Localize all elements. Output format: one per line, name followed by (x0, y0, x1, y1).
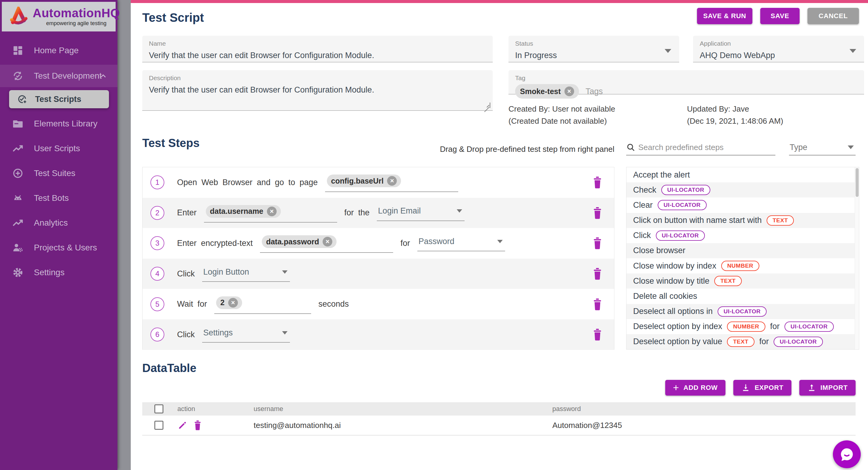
tags-placeholder: Tags (586, 87, 603, 96)
predefined-step-item[interactable]: ClearUI-LOCATOR (626, 198, 855, 213)
select-all-checkbox[interactable] (154, 404, 163, 413)
test-step-row[interactable]: 2Enterdata.username×for theLogin Email (143, 198, 614, 228)
predefined-step-item[interactable]: Close browser (626, 243, 855, 258)
step-param-field[interactable]: data.username× (204, 203, 337, 223)
sidebar-item-user-scripts[interactable]: User Scripts (0, 136, 117, 161)
top-accent-bar (131, 0, 868, 3)
step-text: Wait for (177, 299, 207, 309)
predefined-step-text: for (760, 337, 769, 346)
tag-field[interactable]: Tag Smoke-test × Tags (508, 70, 864, 94)
sidebar-item-test-suites[interactable]: Test Suites (0, 161, 117, 186)
dashboard-icon (12, 45, 24, 56)
predefined-step-item[interactable]: Close window by indexNUMBER (626, 258, 855, 273)
predefined-step-item[interactable]: CheckUI-LOCATOR (626, 182, 855, 198)
delete-step-button[interactable] (592, 237, 603, 249)
test-step-row[interactable]: 4ClickLogin Button (143, 259, 614, 289)
import-button[interactable]: IMPORT (799, 380, 856, 396)
updated-by-line1: Updated By: Jave (687, 103, 783, 115)
param-type-badge: TEXT (767, 215, 794, 226)
type-filter-select[interactable]: Type (789, 140, 856, 156)
test-step-row[interactable]: 3Enter encrypted-textdata.password×forPa… (143, 228, 614, 259)
step-number: 3 (150, 236, 164, 250)
sidebar-item-test-scripts[interactable]: Test Scripts (9, 90, 109, 108)
step-element-select[interactable]: Login Email (377, 205, 465, 221)
add-row-button[interactable]: + ADD ROW (665, 380, 726, 396)
save-button[interactable]: SAVE (760, 8, 800, 24)
predefined-step-text: Close window by index (633, 261, 716, 271)
description-value: Verify that the user can edit Browser fo… (149, 85, 486, 95)
export-button[interactable]: EXPORT (733, 380, 791, 396)
step-element-value: Password (418, 237, 455, 246)
status-select[interactable]: Status In Progress (508, 36, 679, 62)
sidebar-item-label: Home Page (34, 46, 79, 55)
search-input[interactable] (638, 143, 775, 152)
app-name: AutomationHQ (33, 7, 120, 19)
delete-step-button[interactable] (592, 267, 603, 280)
trend-icon (12, 143, 24, 154)
description-field[interactable]: Description Verify that the user can edi… (142, 70, 493, 111)
sidebar-item-elements-library[interactable]: Elements Library (0, 111, 117, 136)
step-number: 5 (150, 297, 164, 311)
step-param-field[interactable]: 2× (214, 295, 311, 314)
close-icon[interactable]: × (267, 207, 277, 216)
param-type-badge: UI-LOCATOR (656, 231, 705, 241)
row-checkbox[interactable] (154, 421, 163, 430)
delete-step-button[interactable] (592, 328, 603, 341)
predefined-step-item[interactable]: ClickUI-LOCATOR (626, 228, 855, 243)
scrollbar-thumb[interactable] (856, 168, 859, 197)
edit-icon[interactable] (177, 420, 188, 430)
predefined-steps-search[interactable] (626, 140, 775, 156)
delete-step-button[interactable] (592, 298, 603, 311)
step-element-select[interactable]: Login Button (202, 266, 290, 282)
delete-step-button[interactable] (592, 207, 603, 219)
sidebar-item-label: Projects & Users (34, 243, 97, 253)
param-chip: data.password× (262, 235, 337, 248)
column-header-username: username (248, 405, 547, 413)
step-element-select[interactable]: Password (417, 235, 505, 251)
application-select[interactable]: Application AHQ Demo WebApp (693, 36, 864, 62)
import-label: IMPORT (820, 384, 848, 392)
scrollbar[interactable] (855, 167, 859, 349)
textarea-resize-handle[interactable] (485, 103, 490, 108)
export-label: EXPORT (754, 384, 783, 392)
test-step-row[interactable]: 5Wait for2×seconds (143, 289, 614, 320)
sidebar-item-settings[interactable]: Settings (0, 260, 117, 285)
page-title: Test Script (142, 11, 204, 25)
drag-drop-hint: Drag & Drop pre-defined test step from r… (440, 144, 614, 154)
close-icon[interactable]: × (322, 237, 332, 246)
step-element-value: Settings (204, 328, 233, 338)
delete-step-button[interactable] (592, 176, 603, 189)
save-and-run-button[interactable]: SAVE & RUN (697, 8, 752, 24)
step-param-field[interactable]: config.baseUrl× (325, 173, 458, 192)
predefined-step-text: Click on button with name start with (633, 216, 762, 225)
predefined-step-item[interactable]: Close window by titleTEXT (626, 273, 855, 289)
name-value: Verify that the user can edit Browser fo… (149, 51, 486, 60)
test-step-row[interactable]: 6ClickSettings (143, 320, 614, 350)
step-element-select[interactable]: Settings (202, 326, 290, 343)
sidebar-item-projects-users[interactable]: Projects & Users (0, 235, 117, 260)
close-icon[interactable]: × (228, 298, 238, 308)
predefined-step-item[interactable]: Click on button with name start withTEXT (626, 213, 855, 228)
test-step-row[interactable]: 1Open Web Browser and go to pageconfig.b… (143, 167, 614, 198)
trash-icon[interactable] (192, 420, 203, 430)
predefined-step-item[interactable]: Deselect all options inUI-LOCATOR (626, 304, 855, 319)
cancel-button[interactable]: CANCEL (807, 8, 859, 24)
app-logo[interactable]: AutomationHQ empowering agile testing (2, 2, 116, 31)
download-icon (741, 383, 750, 392)
name-field[interactable]: Name Verify that the user can edit Brows… (142, 36, 493, 62)
sidebar-item-home-page[interactable]: Home Page (0, 38, 117, 63)
chat-widget-button[interactable] (833, 440, 861, 468)
close-icon[interactable]: × (564, 87, 574, 96)
sidebar-item-analytics[interactable]: Analytics (0, 210, 117, 235)
close-icon[interactable]: × (387, 176, 397, 186)
sidebar-item-test-development[interactable]: Test Development (0, 65, 117, 87)
sidebar-item-label: Test Scripts (35, 95, 82, 104)
predefined-steps-panel: Accept the alertCheckUI-LOCATORClearUI-L… (626, 167, 859, 349)
step-param-field[interactable]: data.password× (260, 234, 393, 253)
predefined-step-item[interactable]: Deselect option by valueTEXTforUI-LOCATO… (626, 334, 855, 349)
predefined-step-item[interactable]: Deselect option by indexNUMBERforUI-LOCA… (626, 319, 855, 334)
sidebar-item-test-bots[interactable]: Test Bots (0, 186, 117, 210)
predefined-step-item[interactable]: Delete all cookies (626, 289, 855, 304)
predefined-step-item[interactable]: Accept the alert (626, 167, 855, 182)
param-chip-label: 2 (220, 298, 224, 307)
